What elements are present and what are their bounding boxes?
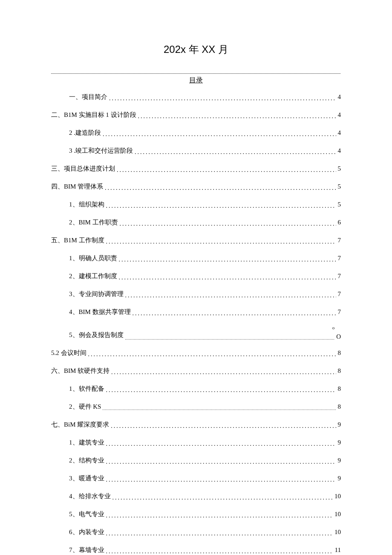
toc-leader (125, 292, 336, 299)
toc-entry-page: 4 (338, 128, 341, 137)
toc-entry: 六、BIM 软硬件支持8 (51, 366, 341, 375)
toc-entry-label: 4、给排水专业 (69, 492, 111, 501)
toc-leader (111, 369, 336, 375)
toc-accent-mark: o (332, 325, 335, 331)
document-title: 202x 年 XX 月 (51, 43, 341, 56)
toc-entry-page: 4 (338, 93, 341, 102)
toc-entry: 7、幕墙专业11 (51, 546, 341, 555)
toc-leader (119, 256, 336, 263)
toc-leader (106, 387, 336, 393)
toc-leader (103, 131, 336, 137)
toc-entry-page: 9 (338, 474, 341, 483)
toc-entry-page: 7 (338, 236, 341, 245)
toc-entry-page: 10 (334, 492, 341, 501)
toc-title: 目录 (51, 73, 341, 85)
toc-leader (106, 477, 336, 483)
toc-entry-label: 6、内装专业 (69, 528, 104, 537)
toc-entry-page: 8 (338, 366, 341, 375)
toc-entry: 四、BIM 管理体系5 (51, 182, 341, 191)
toc-entry-page: 8 (338, 349, 341, 357)
toc-entry-page: 7 (338, 272, 341, 281)
toc-entry-label: 2、结构专业 (69, 456, 104, 465)
toc-entry-label: 2、BIM 工作职责 (69, 218, 118, 227)
toc-entry: 3、暖通专业9 (51, 474, 341, 483)
toc-leader (103, 405, 336, 411)
table-of-contents: 一、项目简介4二、B1M 实施目标 1 设计阶段42 .建造阶段43 .竣工和交… (51, 93, 341, 555)
toc-leader (88, 351, 336, 357)
toc-entry: 2、结构专业9 (51, 456, 341, 465)
toc-entry: 2、BIM 工作职责6 (51, 218, 341, 227)
toc-entry: 2 .建造阶段4 (51, 128, 341, 137)
toc-entry: 5.2 会议时间8 (51, 349, 341, 357)
toc-entry: 2、建模工作制度7 (51, 272, 341, 281)
toc-leader (109, 95, 336, 102)
toc-entry: 4、给排水专业10 (51, 492, 341, 501)
toc-entry-page: 11 (335, 546, 341, 555)
toc-leader (106, 530, 333, 537)
toc-leader (106, 512, 333, 519)
toc-entry: 6、内装专业10 (51, 528, 341, 537)
toc-entry-page: 9 (338, 438, 341, 447)
toc-entry: 1、软件配备8 (51, 384, 341, 393)
toc-entry-label: 三、项目总体进度计划 (51, 164, 115, 173)
toc-entry-page: 6 (338, 218, 341, 227)
toc-entry-page: 8 (338, 402, 341, 411)
toc-entry-label: 4、BIM 数据共享管理 (69, 308, 131, 317)
toc-entry: 七、BiM 耀深度要求9 (51, 420, 341, 429)
toc-entry-label: 3、专业间协调管理 (69, 290, 124, 299)
toc-leader (133, 310, 336, 317)
toc-entry-page: O (336, 332, 341, 341)
toc-entry-page: 9 (338, 420, 341, 429)
toc-entry: 1、建筑专业9 (51, 438, 341, 447)
toc-entry: 五、B1M 工作制度7 (51, 236, 341, 245)
toc-entry-label: 2、建模工作制度 (69, 272, 117, 281)
toc-entry-page: 9 (338, 456, 341, 465)
toc-entry-page: 10 (334, 528, 341, 537)
toc-entry: 3、专业间协调管理7 (51, 290, 341, 299)
toc-leader (138, 113, 336, 119)
toc-entry: 二、B1M 实施目标 1 设计阶段4 (51, 110, 341, 119)
toc-leader (106, 548, 333, 555)
toc-entry-label: 五、B1M 工作制度 (51, 236, 104, 245)
toc-entry: 5、电气专业10 (51, 510, 341, 519)
toc-leader (106, 203, 336, 209)
toc-leader (119, 274, 336, 281)
toc-entry: 一、项目简介4 (51, 93, 341, 102)
toc-entry: 三、项目总体进度计划5 (51, 164, 341, 173)
toc-entry: 1、组织架构5 (51, 200, 341, 209)
toc-leader (117, 167, 336, 173)
toc-entry-label: 七、BiM 耀深度要求 (51, 420, 109, 429)
toc-entry: 3 .竣工和交付运营阶段4 (51, 146, 341, 155)
toc-leader (106, 441, 336, 447)
toc-entry-page: 10 (334, 510, 341, 519)
toc-entry-page: 7 (338, 254, 341, 263)
toc-entry-label: 一、项目简介 (69, 93, 107, 102)
toc-entry-label: 四、BIM 管理体系 (51, 182, 103, 191)
toc-entry: 1、明确人员职责7 (51, 254, 341, 263)
toc-entry-page: 7 (338, 290, 341, 299)
toc-entry-page: 5 (338, 200, 341, 209)
toc-leader (111, 423, 336, 429)
toc-entry: 5、例会及报告制度oO (51, 325, 341, 340)
toc-leader (106, 459, 336, 465)
toc-entry-label: 5、电气专业 (69, 510, 104, 519)
toc-entry-label: 3 .竣工和交付运营阶段 (69, 146, 133, 155)
toc-entry-label: 5.2 会议时间 (51, 349, 86, 357)
toc-entry-page: 5 (338, 182, 341, 191)
toc-entry-page: 7 (338, 308, 341, 317)
toc-entry-label: 1、建筑专业 (69, 438, 104, 447)
toc-entry-label: 二、B1M 实施目标 1 设计阶段 (51, 110, 136, 119)
toc-leader (106, 238, 336, 245)
toc-entry-label: 1、组织架构 (69, 200, 104, 209)
toc-entry-label: 3、暖通专业 (69, 474, 104, 483)
toc-entry-label: 六、BIM 软硬件支持 (51, 366, 110, 375)
toc-entry-label: 1、明确人员职责 (69, 254, 117, 263)
toc-entry-page: 4 (338, 110, 341, 119)
toc-entry-label: 2、硬件 KS (69, 402, 101, 411)
toc-leader (120, 221, 336, 227)
toc-entry-page: 5 (338, 164, 341, 173)
toc-entry-label: 7、幕墙专业 (69, 546, 104, 555)
toc-entry-label: 2 .建造阶段 (69, 128, 101, 137)
toc-entry: 4、BIM 数据共享管理7 (51, 308, 341, 317)
toc-entry: 2、硬件 KS8 (51, 402, 341, 411)
